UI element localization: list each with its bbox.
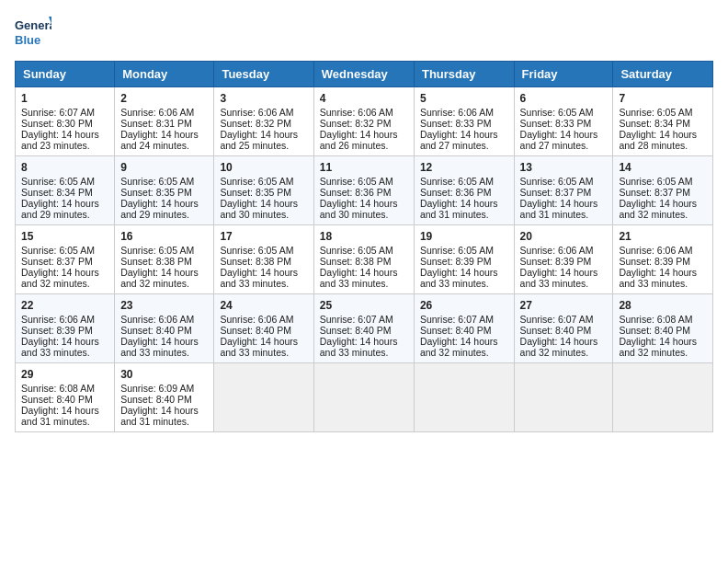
day-info-line: and 32 minutes. — [619, 209, 707, 220]
day-info-line: and 32 minutes. — [619, 347, 707, 358]
calendar-cell: 20Sunrise: 6:06 AMSunset: 8:39 PMDayligh… — [514, 225, 613, 294]
day-number: 7 — [619, 92, 707, 105]
day-number: 17 — [220, 230, 307, 243]
calendar-cell: 13Sunrise: 6:05 AMSunset: 8:37 PMDayligh… — [514, 156, 613, 225]
calendar-cell: 11Sunrise: 6:05 AMSunset: 8:36 PMDayligh… — [313, 156, 414, 225]
day-number: 9 — [120, 161, 208, 174]
day-info-line: and 28 minutes. — [619, 140, 707, 151]
day-info-line: and 32 minutes. — [21, 278, 108, 289]
weekday-header-sunday: Sunday — [16, 62, 115, 87]
calendar-cell: 24Sunrise: 6:06 AMSunset: 8:40 PMDayligh… — [214, 294, 313, 363]
day-info-line: Sunrise: 6:06 AM — [220, 107, 307, 118]
day-info-line: Daylight: 14 hours — [21, 129, 108, 140]
day-info-line: Sunrise: 6:07 AM — [320, 314, 408, 325]
week-row-3: 15Sunrise: 6:05 AMSunset: 8:37 PMDayligh… — [16, 225, 713, 294]
day-info-line: and 33 minutes. — [21, 347, 108, 358]
calendar-table: SundayMondayTuesdayWednesdayThursdayFrid… — [15, 61, 713, 432]
day-number: 15 — [21, 230, 108, 243]
day-info-line: Sunset: 8:39 PM — [21, 325, 108, 336]
day-info-line: Sunset: 8:40 PM — [520, 325, 608, 336]
day-info-line: Sunset: 8:37 PM — [619, 187, 707, 198]
day-info-line: Sunset: 8:34 PM — [21, 187, 108, 198]
day-info-line: and 31 minutes. — [21, 416, 108, 427]
calendar-cell — [613, 363, 713, 432]
calendar-cell — [514, 363, 613, 432]
day-info-line: Sunrise: 6:05 AM — [21, 176, 108, 187]
day-number: 26 — [420, 299, 508, 312]
day-number: 20 — [520, 230, 608, 243]
day-info-line: and 32 minutes. — [420, 347, 508, 358]
day-number: 27 — [520, 299, 608, 312]
calendar-cell — [414, 363, 514, 432]
weekday-header-tuesday: Tuesday — [214, 62, 313, 87]
calendar-cell: 10Sunrise: 6:05 AMSunset: 8:35 PMDayligh… — [214, 156, 313, 225]
day-info-line: Sunset: 8:31 PM — [120, 118, 208, 129]
day-number: 3 — [220, 92, 307, 105]
day-number: 12 — [420, 161, 508, 174]
day-info-line: Sunrise: 6:09 AM — [120, 383, 208, 394]
day-number: 28 — [619, 299, 707, 312]
day-info-line: Sunset: 8:30 PM — [21, 118, 108, 129]
calendar-cell: 28Sunrise: 6:08 AMSunset: 8:40 PMDayligh… — [613, 294, 713, 363]
day-info-line: Sunrise: 6:08 AM — [619, 314, 707, 325]
day-info-line: and 30 minutes. — [320, 209, 408, 220]
calendar-cell: 21Sunrise: 6:06 AMSunset: 8:39 PMDayligh… — [613, 225, 713, 294]
day-number: 22 — [21, 299, 108, 312]
day-info-line: Sunrise: 6:05 AM — [21, 245, 108, 256]
calendar-cell: 29Sunrise: 6:08 AMSunset: 8:40 PMDayligh… — [16, 363, 115, 432]
day-info-line: Daylight: 14 hours — [420, 336, 508, 347]
day-info-line: Daylight: 14 hours — [21, 336, 108, 347]
day-info-line: Daylight: 14 hours — [120, 405, 208, 416]
day-info-line: Sunrise: 6:06 AM — [520, 245, 608, 256]
day-info-line: Sunrise: 6:08 AM — [21, 383, 108, 394]
day-info-line: Sunset: 8:36 PM — [320, 187, 408, 198]
day-info-line: Sunrise: 6:05 AM — [320, 176, 408, 187]
day-info-line: Sunrise: 6:07 AM — [420, 314, 508, 325]
day-info-line: Daylight: 14 hours — [21, 267, 108, 278]
weekday-header-row: SundayMondayTuesdayWednesdayThursdayFrid… — [16, 62, 713, 87]
calendar-cell: 3Sunrise: 6:06 AMSunset: 8:32 PMDaylight… — [214, 87, 313, 156]
day-info-line: and 31 minutes. — [420, 209, 508, 220]
logo-svg: General Blue — [15, 15, 51, 50]
day-info-line: Sunset: 8:39 PM — [520, 256, 608, 267]
day-info-line: Sunrise: 6:06 AM — [320, 107, 408, 118]
day-info-line: and 33 minutes. — [220, 278, 307, 289]
day-info-line: Sunrise: 6:05 AM — [220, 176, 307, 187]
calendar-cell — [313, 363, 414, 432]
day-info-line: Daylight: 14 hours — [520, 336, 608, 347]
day-info-line: and 29 minutes. — [120, 209, 208, 220]
day-info-line: Sunset: 8:38 PM — [220, 256, 307, 267]
calendar-cell: 15Sunrise: 6:05 AMSunset: 8:37 PMDayligh… — [16, 225, 115, 294]
day-info-line: Daylight: 14 hours — [520, 198, 608, 209]
calendar-cell: 4Sunrise: 6:06 AMSunset: 8:32 PMDaylight… — [313, 87, 414, 156]
day-info-line: Daylight: 14 hours — [420, 267, 508, 278]
day-info-line: and 31 minutes. — [520, 209, 608, 220]
day-info-line: Daylight: 14 hours — [220, 129, 307, 140]
day-info-line: Sunset: 8:37 PM — [21, 256, 108, 267]
day-info-line: Daylight: 14 hours — [120, 129, 208, 140]
day-info-line: Daylight: 14 hours — [21, 198, 108, 209]
day-info-line: and 27 minutes. — [420, 140, 508, 151]
day-info-line: Daylight: 14 hours — [120, 267, 208, 278]
day-info-line: Sunset: 8:32 PM — [220, 118, 307, 129]
day-info-line: Daylight: 14 hours — [619, 336, 707, 347]
day-info-line: Sunrise: 6:05 AM — [420, 176, 508, 187]
day-number: 4 — [320, 92, 408, 105]
day-info-line: Sunrise: 6:05 AM — [420, 245, 508, 256]
day-info-line: Sunrise: 6:06 AM — [220, 314, 307, 325]
day-info-line: Sunset: 8:40 PM — [21, 394, 108, 405]
day-info-line: Daylight: 14 hours — [120, 336, 208, 347]
calendar-cell: 22Sunrise: 6:06 AMSunset: 8:39 PMDayligh… — [16, 294, 115, 363]
day-info-line: and 33 minutes. — [520, 278, 608, 289]
day-info-line: and 33 minutes. — [320, 278, 408, 289]
weekday-header-wednesday: Wednesday — [313, 62, 414, 87]
day-info-line: and 25 minutes. — [220, 140, 307, 151]
day-info-line: Sunset: 8:39 PM — [420, 256, 508, 267]
calendar-cell: 12Sunrise: 6:05 AMSunset: 8:36 PMDayligh… — [414, 156, 514, 225]
week-row-1: 1Sunrise: 6:07 AMSunset: 8:30 PMDaylight… — [16, 87, 713, 156]
day-info-line: Sunrise: 6:06 AM — [120, 107, 208, 118]
logo: General Blue — [15, 15, 51, 50]
day-info-line: Daylight: 14 hours — [220, 198, 307, 209]
week-row-2: 8Sunrise: 6:05 AMSunset: 8:34 PMDaylight… — [16, 156, 713, 225]
calendar-cell: 14Sunrise: 6:05 AMSunset: 8:37 PMDayligh… — [613, 156, 713, 225]
